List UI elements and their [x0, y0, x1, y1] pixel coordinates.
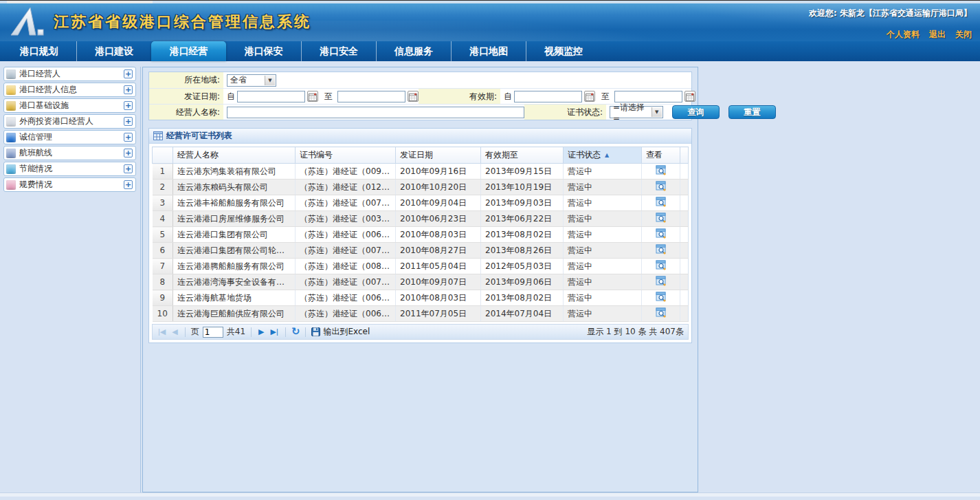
infrastructure-icon	[6, 101, 16, 111]
expand-plus-button[interactable]: +	[124, 85, 133, 94]
calendar-icon[interactable]	[408, 91, 419, 102]
column-header-cert-status[interactable]: 证书状态▲	[564, 147, 642, 164]
content-area: 港口经营人 + 港口经营人信息 + 港口基础设施 + 外商投资港口经营人 +	[0, 61, 980, 497]
validity-to-input[interactable]	[614, 91, 682, 102]
filler-cell	[680, 306, 689, 322]
nav-tab[interactable]: 港口地图	[451, 41, 526, 61]
table-row[interactable]: 10 连云港海巨船舶供应有限公司 （苏连）港经证（0065）号 2011年07月…	[153, 306, 689, 322]
nav-tab[interactable]: 港口经营	[151, 41, 226, 61]
table-row[interactable]: 8 连云港港湾海事安全设备有限... （苏连）港经证（0077）号 2010年0…	[153, 274, 689, 290]
nav-tab[interactable]: 港口建设	[76, 41, 151, 61]
table-row[interactable]: 1 连云港东鸿集装箱有限公司 （苏连）港经证（0091）号 2010年09月16…	[153, 164, 689, 180]
table-row[interactable]: 5 连云港港口集团有限公司 （苏连）港经证（0069）号 2010年08月03日…	[153, 227, 689, 243]
refresh-icon[interactable]: ↻	[291, 327, 300, 337]
energy-icon	[6, 164, 16, 174]
valid-until-cell: 2013年09月15日	[481, 164, 564, 180]
table-row[interactable]: 3 连云港丰裕船舶服务有限公司 （苏连）港经证（0078）号 2010年09月0…	[153, 195, 689, 211]
header-link[interactable]: 退出	[929, 30, 946, 39]
valid-until-cell: 2012年05月03日	[481, 259, 564, 274]
row-number-cell: 1	[153, 164, 173, 180]
operator-name-cell: 连云港海巨船舶供应有限公司	[173, 306, 296, 322]
page-number-input[interactable]	[203, 327, 223, 338]
expand-plus-button[interactable]: +	[124, 69, 133, 78]
validity-from-input[interactable]	[514, 91, 582, 102]
sidebar-item[interactable]: 规费情况 +	[3, 177, 136, 192]
operator-name-cell: 连云港港湾海事安全设备有限...	[173, 274, 296, 290]
view-detail-icon[interactable]	[656, 165, 667, 175]
sidebar-item[interactable]: 港口基础设施 +	[3, 98, 136, 113]
operator-name-input[interactable]	[227, 107, 524, 118]
table-row[interactable]: 9 连云港海航基地货场 （苏连）港经证（0067）号 2010年08月03日 2…	[153, 290, 689, 306]
prev-page-button[interactable]: ◀	[170, 327, 179, 336]
last-page-button[interactable]: ▶|	[269, 327, 280, 336]
cert-status-cell: 营运中	[564, 259, 642, 274]
valid-until-cell: 2013年06月22日	[481, 211, 564, 227]
table-row[interactable]: 7 连云港港腾船舶服务有限公司 （苏连）港经证（0080）号 2011年05月0…	[153, 259, 689, 274]
nav-tab[interactable]: 港口规划	[1, 41, 76, 61]
region-select[interactable]: 全省 ▼	[227, 74, 276, 87]
view-detail-icon[interactable]	[656, 181, 667, 191]
view-detail-icon[interactable]	[656, 228, 667, 239]
sidebar-item[interactable]: 航班航线 +	[3, 146, 136, 160]
column-header-issue-date[interactable]: 发证日期	[396, 147, 481, 164]
sidebar-item[interactable]: 节能情况 +	[3, 162, 136, 176]
issue-date-cell: 2010年09月16日	[396, 164, 481, 180]
main-nav: 港口规划 港口建设 港口经营 港口保安 港口安全 信息服务 港口地图 视频监控	[0, 41, 980, 61]
sidebar-item[interactable]: 港口经营人 +	[3, 67, 136, 81]
nav-tab[interactable]: 信息服务	[376, 41, 451, 61]
page-title: 江苏省省级港口综合管理信息系统	[54, 12, 311, 32]
calendar-icon[interactable]	[684, 91, 695, 102]
expand-plus-button[interactable]: +	[124, 180, 133, 189]
header-link[interactable]: 关闭	[955, 30, 972, 39]
sidebar-item[interactable]: 诚信管理 +	[3, 130, 136, 144]
column-header-operator-name[interactable]: 经营人名称	[173, 147, 296, 164]
filler-cell	[680, 290, 689, 306]
row-number-cell: 9	[153, 290, 173, 306]
validity-label: 有效期:	[419, 89, 500, 104]
view-detail-icon[interactable]	[656, 292, 667, 302]
record-count-summary: 显示 1 到 10 条 共 407条	[587, 326, 684, 338]
issue-date-to-input[interactable]	[337, 91, 405, 102]
table-row[interactable]: 2 连云港东粮码头有限公司 （苏连）港经证（0121）号 2010年10月20日…	[153, 180, 689, 195]
column-header-valid-until[interactable]: 有效期至	[481, 147, 564, 164]
cert-status-select[interactable]: =请选择= ▼	[610, 106, 663, 118]
nav-tab[interactable]: 港口保安	[226, 41, 301, 61]
nav-tab[interactable]: 视频监控	[526, 41, 601, 61]
expand-plus-button[interactable]: +	[124, 164, 133, 173]
filler-cell	[680, 227, 689, 243]
nav-tab[interactable]: 港口安全	[301, 41, 376, 61]
sidebar-item-label: 诚信管理	[19, 131, 124, 143]
table-row[interactable]: 6 连云港港口集团有限公司轮驳... （苏连）港经证（0076）号 2010年0…	[153, 243, 689, 259]
view-detail-icon[interactable]	[656, 213, 667, 223]
expand-plus-button[interactable]: +	[124, 133, 133, 142]
first-page-button[interactable]: |◀	[157, 327, 167, 336]
calendar-icon[interactable]	[307, 91, 318, 102]
header-link[interactable]: 个人资料	[887, 30, 920, 39]
sidebar-item[interactable]: 外商投资港口经营人 +	[3, 114, 136, 129]
view-detail-icon[interactable]	[656, 276, 667, 286]
view-detail-icon[interactable]	[656, 244, 667, 254]
license-list-panel: 经营许可证书列表 经营人名称 证书编号 发证日期 有效期至	[148, 128, 692, 343]
cert-no-cell: （苏连）港经证（0067）号	[296, 290, 396, 306]
to-label: 至	[324, 91, 333, 102]
column-header-cert-no[interactable]: 证书编号	[296, 147, 396, 164]
issue-date-from-input[interactable]	[237, 91, 305, 102]
issue-date-cell: 2010年08月27日	[396, 243, 481, 259]
view-detail-icon[interactable]	[656, 197, 667, 207]
export-excel-button[interactable]: 输出到Excel	[311, 326, 370, 338]
from-label: 自	[504, 91, 512, 102]
calendar-icon[interactable]	[584, 91, 595, 102]
table-row[interactable]: 4 连云港港口房屋维修服务公司 （苏连）港经证（0034）号 2010年06月2…	[153, 211, 689, 227]
expand-plus-button[interactable]: +	[124, 149, 133, 157]
filler-header	[680, 147, 689, 164]
view-detail-icon[interactable]	[656, 307, 667, 318]
sidebar-item[interactable]: 港口经营人信息 +	[3, 83, 136, 97]
expand-plus-button[interactable]: +	[124, 101, 133, 110]
filler-cell	[680, 243, 689, 259]
next-page-button[interactable]: ▶	[257, 327, 265, 336]
view-detail-icon[interactable]	[656, 260, 667, 270]
reset-button[interactable]: 重置	[728, 105, 776, 119]
issue-date-cell: 2010年06月23日	[396, 211, 481, 227]
expand-plus-button[interactable]: +	[124, 117, 133, 126]
query-button[interactable]: 查询	[672, 105, 720, 119]
